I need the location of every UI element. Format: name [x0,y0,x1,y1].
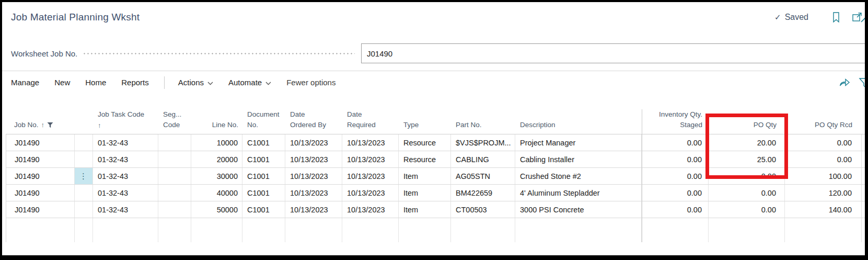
cell-document-no[interactable]: C1001 [242,201,285,218]
cell-description[interactable]: Project Manager [515,134,642,151]
cell-inventory-qty-staged[interactable]: 0.00 [642,201,709,218]
cell-po-qty-rcd[interactable]: 100.00 [785,168,862,184]
cell-empty[interactable] [158,218,191,242]
cell-inventory-qty-staged[interactable]: 0.00 [642,134,709,151]
col-header-date-required[interactable]: Date Required [342,109,399,134]
cell-part-no[interactable]: $VJS$PROJM... [451,134,515,151]
cell-po-qty[interactable]: 0.00 [709,185,785,201]
cell-empty[interactable] [709,218,785,242]
cell-date-required[interactable]: 10/13/2023 [342,185,399,201]
cell-document-no[interactable]: C1001 [242,168,285,184]
cell-line-no[interactable]: 10000 [191,134,242,151]
cell-part-no[interactable]: CT00503 [451,201,515,218]
cell-seg-code[interactable] [158,185,191,201]
menu-reports[interactable]: Reports [121,78,149,87]
cell-type[interactable]: Item [399,201,451,218]
col-header-job-no[interactable]: Job No. ↑ [6,120,75,134]
cell-type[interactable]: Item [399,185,451,201]
cell-job-task-code[interactable]: 01-32-43 [93,201,158,218]
cell-type[interactable]: Item [399,168,451,184]
cell-job-no[interactable]: J01490 [6,151,75,167]
worksheet-job-no-input[interactable] [361,43,866,63]
cell-job-no[interactable]: J01490 [6,134,75,151]
cell-job-task-code[interactable]: 01-32-43 [93,185,158,201]
cell-empty[interactable] [451,218,515,242]
cell-empty[interactable] [515,218,642,242]
cell-type[interactable]: Resource [399,134,451,151]
expand-arrow-icon[interactable] [859,10,868,26]
menu-actions[interactable]: Actions [178,78,213,87]
col-header-line-no[interactable]: Line No. [191,120,242,134]
menu-manage[interactable]: Manage [11,78,39,87]
cell-description[interactable]: 4' Aluminum Stepladder [515,185,642,201]
cell-job-task-code[interactable]: 01-32-43 [93,168,158,184]
col-header-po-qty[interactable]: PO Qty [709,120,785,134]
cell-seg-code[interactable] [158,134,191,151]
cell-po-qty[interactable]: 0.00 [709,168,785,184]
cell-empty[interactable] [642,218,709,242]
cell-po-qty-rcd[interactable]: 120.00 [785,185,862,201]
col-header-part-no[interactable]: Part No. [451,120,515,134]
cell-seg-code[interactable] [158,151,191,167]
col-header-description[interactable]: Description [515,120,642,134]
menu-home[interactable]: Home [85,78,106,87]
cell-empty[interactable] [93,218,158,242]
cell-date-required[interactable]: 10/13/2023 [342,201,399,218]
cell-description[interactable]: Crushed Stone #2 [515,168,642,184]
cell-empty[interactable] [191,218,242,242]
cell-date-ordered-by[interactable]: 10/13/2023 [285,201,342,218]
cell-po-qty[interactable]: 25.00 [709,151,785,167]
cell-empty[interactable] [785,218,862,242]
cell-date-ordered-by[interactable]: 10/13/2023 [285,134,342,151]
bookmark-icon[interactable] [828,9,844,25]
cell-po-qty[interactable]: 0.00 [709,201,785,218]
cell-inventory-qty-staged[interactable]: 0.00 [642,168,709,184]
cell-job-task-code[interactable]: 01-32-43 [93,134,158,151]
cell-date-ordered-by[interactable]: 10/13/2023 [285,168,342,184]
filter-icon[interactable] [859,76,868,91]
cell-job-task-code[interactable]: 01-32-43 [93,151,158,167]
col-header-date-ordered-by[interactable]: Date Ordered By [285,109,342,134]
cell-part-no[interactable]: AG05STN [451,168,515,184]
cell-seg-code[interactable] [158,168,191,184]
share-icon[interactable] [837,75,852,91]
cell-line-no[interactable]: 20000 [191,151,242,167]
cell-po-qty-rcd[interactable]: 0.00 [785,134,862,151]
col-header-seg-code[interactable]: Seg... Code [158,109,191,134]
col-header-inventory-qty-staged[interactable]: Inventory Qty. Staged [642,109,709,134]
cell-document-no[interactable]: C1001 [242,134,285,151]
cell-description[interactable]: Cabling Installer [515,151,642,167]
cell-line-no[interactable]: 50000 [191,201,242,218]
cell-part-no[interactable]: CABLING [451,151,515,167]
cell-job-no[interactable]: J01490 [6,185,75,201]
cell-seg-code[interactable] [158,201,191,218]
cell-inventory-qty-staged[interactable]: 0.00 [642,185,709,201]
menu-new[interactable]: New [54,78,70,87]
cell-type[interactable]: Resource [399,151,451,167]
cell-job-no[interactable]: J01490 [6,201,75,218]
col-header-type[interactable]: Type [399,120,451,134]
cell-document-no[interactable]: C1001 [242,151,285,167]
cell-line-no[interactable]: 30000 [191,168,242,184]
cell-po-qty[interactable]: 20.00 [709,134,785,151]
cell-empty[interactable] [285,218,342,242]
cell-date-ordered-by[interactable]: 10/13/2023 [285,151,342,167]
cell-empty[interactable] [6,218,75,242]
fewer-options-button[interactable]: Fewer options [286,78,335,87]
cell-date-required[interactable]: 10/13/2023 [342,151,399,167]
cell-date-required[interactable]: 10/13/2023 [342,134,399,151]
cell-po-qty-rcd[interactable]: 0.00 [785,151,862,167]
cell-job-no[interactable]: J01490 [6,168,75,184]
cell-part-no[interactable]: BM422659 [451,185,515,201]
menu-automate[interactable]: Automate [228,78,271,87]
col-header-job-task-code[interactable]: Job Task Code ↑ [93,109,158,134]
cell-date-required[interactable]: 10/13/2023 [342,168,399,184]
cell-description[interactable]: 3000 PSI Concrete [515,201,642,218]
cell-date-ordered-by[interactable]: 10/13/2023 [285,185,342,201]
cell-line-no[interactable]: 40000 [191,185,242,201]
cell-po-qty-rcd[interactable]: 140.00 [785,201,862,218]
cell-empty[interactable] [399,218,451,242]
cell-empty[interactable] [242,218,285,242]
cell-inventory-qty-staged[interactable]: 0.00 [642,151,709,167]
cell-document-no[interactable]: C1001 [242,185,285,201]
